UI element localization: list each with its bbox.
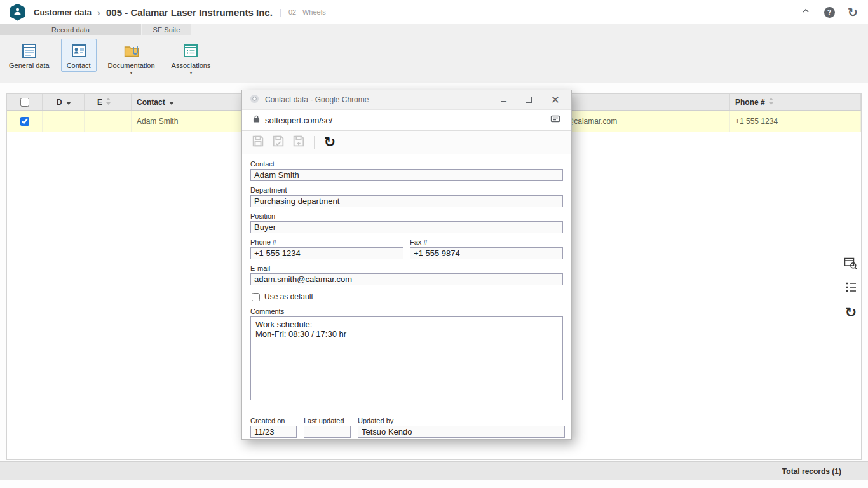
app-logo[interactable] [9, 4, 26, 21]
breadcrumb-customer-data[interactable]: Customer data [34, 8, 92, 17]
dialog-titlebar[interactable]: Contact data - Google Chrome – ✕ [242, 90, 571, 109]
general-data-icon [21, 43, 37, 59]
field-department: Department [250, 186, 563, 207]
refresh-icon: ↻ [845, 306, 857, 320]
address-bar-action-icon[interactable] [550, 114, 560, 126]
table-search-icon [844, 256, 858, 273]
contact-card-icon [71, 43, 87, 59]
chevron-down-icon: ▾ [130, 71, 133, 76]
total-records-label: Total records (1) [782, 467, 841, 476]
reload-button[interactable]: ↻ [322, 134, 338, 151]
row-cell-e [85, 111, 132, 132]
person-icon [13, 6, 22, 18]
help-button[interactable]: ? [823, 6, 836, 18]
fax-label: Fax # [410, 238, 563, 246]
column-label: D [57, 98, 62, 107]
chevron-right-icon: › [97, 7, 100, 18]
close-button[interactable]: ✕ [551, 95, 560, 105]
refresh-button[interactable]: ↻ [846, 6, 859, 18]
collapse-ribbon-button[interactable] [799, 6, 812, 18]
department-input[interactable] [250, 195, 563, 207]
sort-desc-icon [66, 98, 71, 107]
last-updated-input[interactable] [304, 426, 351, 438]
ribbon-button-general-data[interactable]: General data [4, 39, 55, 72]
position-label: Position [250, 212, 563, 220]
column-header-phone[interactable]: Phone # [730, 94, 861, 110]
field-last-updated: Last updated [304, 417, 351, 438]
refresh-icon: ↻ [324, 135, 336, 149]
refresh-icon: ↻ [848, 6, 858, 18]
lock-icon [253, 114, 260, 126]
phone-input[interactable] [250, 247, 403, 259]
help-icon: ? [824, 7, 835, 18]
fax-input[interactable] [410, 247, 563, 259]
chevron-down-icon: ▾ [189, 71, 192, 76]
app-window: Customer data › 005 - Calamar Laser Inst… [0, 0, 868, 488]
breadcrumb: Customer data › 005 - Calamar Laser Inst… [34, 7, 326, 18]
save-and-close-button[interactable] [270, 134, 287, 151]
updated-by-label: Updated by [358, 417, 565, 424]
save-close-icon [271, 134, 285, 151]
ribbon-button-label: Contact [67, 62, 91, 69]
ribbon: Record data SE Suite General data Contac… [0, 24, 868, 83]
field-comments: Comments Work schedule: Mon-Fri: 08:30 /… [250, 308, 563, 403]
ribbon-button-associations[interactable]: Associations ▾ [166, 39, 216, 78]
ribbon-button-documentation[interactable]: Documentation ▾ [103, 39, 160, 78]
ribbon-toolbar: General data Contact Documentation ▾ As [0, 35, 868, 78]
created-on-label: Created on [250, 417, 297, 424]
save-button[interactable] [250, 134, 266, 151]
created-on-input[interactable] [250, 426, 297, 438]
ribbon-button-label: Documentation [108, 62, 155, 69]
use-as-default-row: Use as default [252, 292, 563, 301]
column-header-d[interactable]: D [43, 94, 85, 110]
field-position: Position [250, 212, 563, 233]
documentation-folder-icon [123, 43, 140, 59]
select-all-cell [7, 94, 43, 110]
field-email: E-mail [250, 264, 563, 285]
list-view-button[interactable] [843, 281, 858, 296]
save-icon [251, 134, 265, 151]
row-checkbox[interactable] [20, 117, 29, 126]
email-label: E-mail [250, 264, 563, 272]
ribbon-button-label: Associations [172, 62, 211, 69]
comments-textarea[interactable]: Work schedule: Mon-Fri: 08:30 / 17:30 hr [250, 316, 563, 400]
row-cell-phone: +1 555 1234 [730, 111, 861, 132]
contact-input[interactable] [250, 169, 563, 181]
contact-label: Contact [250, 160, 563, 168]
save-new-icon [292, 134, 306, 151]
refresh-list-button[interactable]: ↻ [843, 305, 858, 320]
tab-se-suite[interactable]: SE Suite [142, 24, 191, 35]
field-contact: Contact [250, 160, 563, 181]
comments-label: Comments [250, 308, 563, 315]
save-and-new-button[interactable] [290, 134, 307, 151]
field-fax: Fax # [410, 238, 563, 259]
use-as-default-label[interactable]: Use as default [264, 292, 313, 301]
ribbon-button-label: General data [9, 62, 50, 69]
tab-record-data[interactable]: Record data [0, 24, 141, 35]
dialog-toolbar: ↻ [242, 131, 571, 154]
topbar: Customer data › 005 - Calamar Laser Inst… [0, 0, 868, 24]
use-as-default-checkbox[interactable] [252, 293, 260, 301]
updated-by-input[interactable] [358, 426, 565, 438]
audit-fields-row: Created on Last updated Updated by [250, 417, 563, 439]
ribbon-button-contact[interactable]: Contact [61, 39, 97, 72]
chevron-up-icon [801, 6, 810, 18]
position-input[interactable] [250, 221, 563, 233]
address-bar[interactable]: softexpert.com/se/ [242, 109, 571, 131]
phone-label: Phone # [250, 238, 403, 246]
topbar-actions: ? ↻ [799, 6, 859, 18]
search-view-button[interactable] [843, 257, 858, 272]
page-subtitle: 02 - Wheels [288, 8, 326, 16]
page-title: 005 - Calamar Laser Instruments Inc. [106, 7, 273, 18]
side-toolbar: ↻ [843, 257, 858, 320]
footer-bar: Total records (1) [0, 461, 868, 480]
email-input[interactable] [250, 273, 563, 285]
column-header-e[interactable]: E [85, 94, 132, 110]
maximize-button[interactable] [526, 97, 532, 103]
select-all-checkbox[interactable] [20, 98, 29, 107]
minimize-button[interactable]: – [501, 95, 506, 105]
contact-data-dialog: Contact data - Google Chrome – ✕ softexp… [241, 90, 572, 440]
title-divider: | [280, 8, 281, 17]
row-cell-d [43, 111, 85, 132]
field-updated-by: Updated by [358, 417, 565, 438]
